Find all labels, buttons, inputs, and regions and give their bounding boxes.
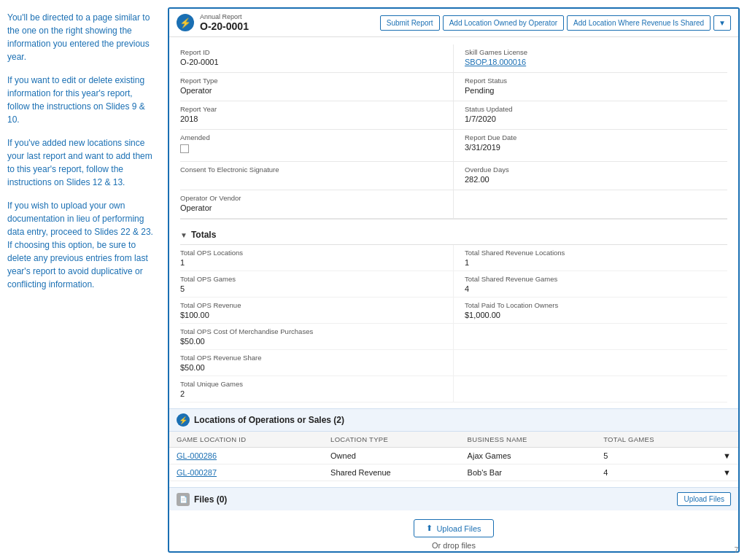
header-dropdown-button[interactable]: ▼	[713, 15, 731, 31]
skill-games-license-label: Skill Games License	[465, 48, 721, 56]
left-text-3: If you've added new locations since your…	[7, 136, 157, 189]
report-type-value: Operator	[180, 86, 442, 95]
total-ops-games-label: Total OPS Games	[180, 275, 442, 283]
business-name-cell: Ajax Games	[460, 448, 597, 464]
field-report-due-date: Report Due Date 3/31/2019	[454, 130, 727, 162]
total-shared-revenue-locations-value: 1	[465, 258, 721, 267]
locations-icon: ⚡	[177, 413, 190, 427]
locations-table: Game Location ID Location Type Business …	[169, 432, 738, 481]
consent-label: Consent To Electronic Signature	[180, 166, 442, 174]
table-row: GL-000287 Shared Revenue Bob's Bar 4 ▼	[169, 464, 738, 481]
total-ops-locations-value: 1	[180, 258, 442, 267]
total-ops-revenue: Total OPS Revenue $100.00	[180, 298, 454, 324]
add-location-owned-button[interactable]: Add Location Owned by Operator	[443, 15, 564, 31]
table-header-row: Game Location ID Location Type Business …	[169, 432, 738, 448]
report-type-label: Report Type	[180, 77, 442, 85]
report-status-value: Pending	[465, 86, 721, 95]
total-ops-games: Total OPS Games 5	[180, 271, 454, 298]
report-id-heading: O-20-0001	[200, 20, 374, 32]
report-content: Report ID O-20-0001 Skill Games License …	[169, 37, 738, 551]
fields-grid: Report ID O-20-0001 Skill Games License …	[180, 44, 727, 219]
total-paid-location-owners-value: $1,000.00	[465, 311, 721, 319]
files-title: Files (0)	[194, 494, 227, 505]
location-id-cell[interactable]: GL-000287	[169, 464, 323, 481]
total-paid-location-owners: Total Paid To Location Owners $1,000.00	[454, 298, 727, 324]
header-buttons: Submit Report Add Location Owned by Oper…	[380, 15, 731, 31]
total-games-cell: 4	[596, 464, 716, 481]
upload-button-label: Upload Files	[436, 524, 481, 533]
col-header-total-games: Total Games	[596, 432, 716, 448]
total-shared-revenue-games-label: Total Shared Revenue Games	[465, 275, 721, 283]
total-ops-cost-merchandise: Total OPS Cost Of Merchandise Purchases …	[180, 324, 454, 350]
report-due-date-label: Report Due Date	[465, 133, 721, 141]
files-section: 📄 Files (0) Upload Files ⬆ Upload Files …	[180, 487, 727, 551]
total-ops-cost-label: Total OPS Cost Of Merchandise Purchases	[180, 327, 442, 335]
upload-or-text: Or drop files	[432, 541, 476, 550]
field-report-type: Report Type Operator	[180, 73, 454, 101]
row-action-dropdown[interactable]: ▼	[716, 464, 738, 481]
files-icon: 📄	[177, 493, 190, 506]
col-header-business-name: Business Name	[460, 432, 597, 448]
total-ops-locations-label: Total OPS Locations	[180, 249, 442, 257]
right-panel: ⚡ Annual Report O-20-0001 Submit Report …	[168, 7, 740, 553]
location-type-cell: Shared Revenue	[323, 464, 460, 481]
upload-button[interactable]: ⬆ Upload Files	[414, 519, 493, 537]
field-operator-vendor: Operator Or Vendor Operator	[180, 190, 454, 219]
locations-title: Locations of Operations or Sales (2)	[194, 415, 344, 425]
left-text-1: You'll be directed to a page similar to …	[7, 11, 157, 63]
report-year-label: Report Year	[180, 105, 442, 113]
page-number: 7	[734, 546, 738, 554]
report-year-value: 2018	[180, 114, 442, 123]
total-empty-1	[454, 324, 727, 350]
upload-area: ⬆ Upload Files Or drop files	[180, 510, 727, 551]
field-overdue-days: Overdue Days 282.00	[454, 162, 727, 190]
submit-report-button[interactable]: Submit Report	[380, 15, 440, 31]
overdue-days-label: Overdue Days	[465, 166, 721, 174]
col-header-location-type: Location Type	[323, 432, 460, 448]
field-consent: Consent To Electronic Signature	[180, 162, 454, 190]
field-amended: Amended	[180, 130, 454, 162]
total-empty-3	[454, 376, 727, 402]
files-header-left: 📄 Files (0)	[177, 493, 227, 506]
total-ops-revenue-share-value: $50.00	[180, 363, 442, 372]
amended-checkbox[interactable]	[180, 144, 189, 153]
field-report-year: Report Year 2018	[180, 101, 454, 130]
report-label: Annual Report	[200, 13, 374, 20]
total-shared-revenue-locations: Total Shared Revenue Locations 1	[454, 245, 727, 271]
col-header-game-location-id: Game Location ID	[169, 432, 323, 448]
upload-icon: ⬆	[426, 524, 433, 533]
total-ops-revenue-share: Total OPS Revenue Share $50.00	[180, 350, 454, 376]
field-empty	[454, 190, 727, 219]
locations-section-header: ⚡ Locations of Operations or Sales (2)	[169, 408, 738, 432]
amended-label: Amended	[180, 133, 442, 141]
operator-vendor-label: Operator Or Vendor	[180, 194, 442, 202]
overdue-days-value: 282.00	[465, 175, 721, 184]
total-unique-games-label: Total Unique Games	[180, 380, 442, 388]
report-id-value: O-20-0001	[180, 58, 442, 66]
total-games-cell: 5	[596, 448, 716, 464]
totals-label: Totals	[191, 230, 216, 240]
upload-files-header-button[interactable]: Upload Files	[677, 492, 731, 506]
col-header-actions	[716, 432, 738, 448]
total-unique-games: Total Unique Games 2	[180, 376, 454, 402]
total-ops-revenue-value: $100.00	[180, 311, 442, 319]
report-header-icon: ⚡	[177, 14, 194, 31]
left-panel: You'll be directed to a page similar to …	[7, 7, 160, 553]
left-text-4: If you wish to upload your own documenta…	[7, 199, 157, 291]
skill-games-license-value[interactable]: SBOP.18.000016	[465, 58, 721, 66]
table-row: GL-000286 Owned Ajax Games 5 ▼	[169, 448, 738, 464]
files-header: 📄 Files (0) Upload Files	[169, 487, 738, 510]
report-id-label: Report ID	[180, 48, 442, 56]
totals-grid: Total OPS Locations 1 Total Shared Reven…	[180, 245, 727, 402]
totals-chevron-icon: ▼	[180, 231, 187, 239]
total-shared-revenue-games: Total Shared Revenue Games 4	[454, 271, 727, 298]
left-text-2: If you want to edit or delete existing i…	[7, 74, 157, 126]
totals-section-header[interactable]: ▼ Totals	[180, 225, 727, 245]
location-id-cell[interactable]: GL-000286	[169, 448, 323, 464]
total-ops-games-value: 5	[180, 284, 442, 293]
location-type-cell: Owned	[323, 448, 460, 464]
field-report-id: Report ID O-20-0001	[180, 44, 454, 73]
row-action-dropdown[interactable]: ▼	[716, 448, 738, 464]
total-shared-revenue-games-value: 4	[465, 284, 721, 293]
add-location-shared-button[interactable]: Add Location Where Revenue Is Shared	[567, 15, 711, 31]
